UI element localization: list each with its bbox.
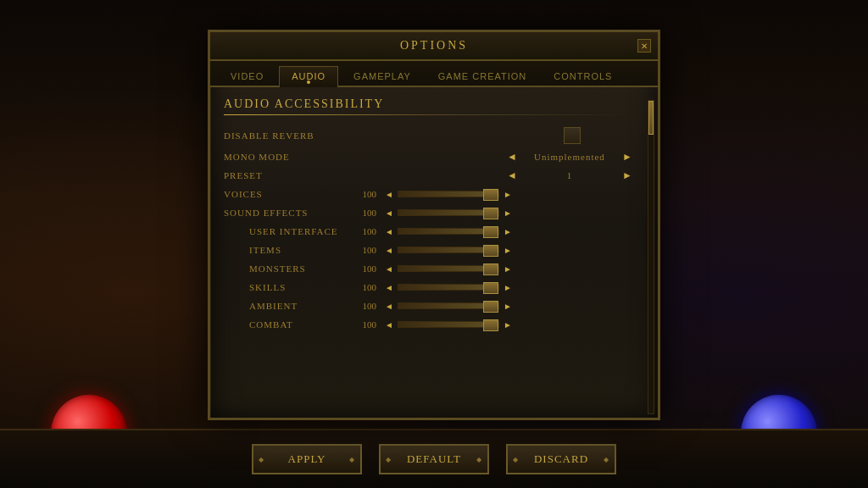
slider-track-ambient[interactable] bbox=[398, 302, 499, 309]
slider-container-sound_effects: ◄ ► bbox=[383, 208, 514, 218]
setting-controls-sound_effects: 100 ◄ ► bbox=[351, 208, 632, 218]
preset-next[interactable]: ► bbox=[619, 169, 636, 181]
slider-next-skills[interactable]: ► bbox=[502, 283, 514, 292]
slider-prev-items[interactable]: ◄ bbox=[383, 246, 395, 255]
setting-label-monsters: Monsters bbox=[224, 263, 351, 274]
arrow-select-preset: ◄ 1 ► bbox=[504, 169, 636, 181]
slider-thumb-items[interactable] bbox=[483, 245, 498, 257]
setting-controls-user_interface: 100 ◄ ► bbox=[351, 226, 632, 236]
preset-value: 1 bbox=[527, 170, 612, 180]
apply-button[interactable]: Apply bbox=[252, 444, 362, 474]
slider-thumb-voices[interactable] bbox=[483, 189, 498, 201]
slider-thumb-monsters[interactable] bbox=[483, 263, 498, 275]
setting-controls-ambient: 100 ◄ ► bbox=[351, 301, 632, 311]
slider-container-user_interface: ◄ ► bbox=[383, 227, 514, 236]
slider-track-items[interactable] bbox=[398, 247, 499, 253]
preset-prev[interactable]: ◄ bbox=[504, 169, 520, 181]
setting-row-voices: Voices 100 ◄ ► bbox=[224, 185, 632, 203]
slider-next-monsters[interactable]: ► bbox=[502, 264, 514, 274]
setting-row-items: Items 100 ◄ ► bbox=[224, 241, 632, 259]
slider-container-monsters: ◄ ► bbox=[383, 264, 514, 274]
slider-next-voices[interactable]: ► bbox=[502, 190, 514, 199]
tab-gameplay[interactable]: Gameplay bbox=[342, 66, 423, 86]
setting-row-monsters: Monsters 100 ◄ ► bbox=[224, 259, 632, 278]
discard-button[interactable]: Discard bbox=[506, 444, 616, 474]
setting-row-skills: Skills 100 ◄ ► bbox=[224, 278, 632, 297]
volume-value-user_interface: 100 bbox=[351, 226, 376, 236]
slider-prev-voices[interactable]: ◄ bbox=[383, 190, 395, 199]
tab-controls[interactable]: Controls bbox=[542, 66, 624, 86]
slider-fill-skills bbox=[398, 285, 483, 290]
mono-mode-prev[interactable]: ◄ bbox=[504, 151, 520, 163]
slider-next-items[interactable]: ► bbox=[502, 246, 514, 255]
slider-rows: Voices 100 ◄ ► Sound Effects 100 ◄ bbox=[224, 185, 632, 334]
slider-thumb-user_interface[interactable] bbox=[483, 226, 498, 238]
setting-controls-monsters: 100 ◄ ► bbox=[351, 263, 632, 274]
dialog-title-bar: Options ✕ bbox=[210, 32, 658, 61]
settings-content: Audio Accessibility Disable Reverb Mono … bbox=[210, 87, 658, 344]
setting-label-combat: Combat bbox=[224, 319, 351, 330]
volume-value-ambient: 100 bbox=[351, 301, 376, 311]
scrollbar-thumb[interactable] bbox=[648, 101, 654, 135]
setting-row-ambient: Ambient 100 ◄ ► bbox=[224, 297, 632, 315]
slider-prev-user_interface[interactable]: ◄ bbox=[383, 227, 395, 236]
setting-controls-voices: 100 ◄ ► bbox=[351, 189, 632, 199]
slider-prev-monsters[interactable]: ◄ bbox=[383, 264, 395, 274]
slider-track-monsters[interactable] bbox=[398, 265, 499, 272]
slider-container-items: ◄ ► bbox=[383, 246, 514, 255]
slider-thumb-ambient[interactable] bbox=[483, 301, 498, 313]
slider-fill-monsters bbox=[398, 266, 483, 271]
slider-track-sound_effects[interactable] bbox=[398, 209, 499, 216]
slider-next-sound_effects[interactable]: ► bbox=[502, 208, 514, 218]
slider-thumb-combat[interactable] bbox=[483, 319, 498, 331]
slider-prev-sound_effects[interactable]: ◄ bbox=[383, 208, 395, 218]
slider-track-skills[interactable] bbox=[398, 284, 499, 291]
slider-track-voices[interactable] bbox=[398, 191, 499, 197]
default-button[interactable]: Default bbox=[379, 444, 489, 474]
dialog-title: Options bbox=[400, 39, 468, 53]
setting-label-voices: Voices bbox=[224, 189, 351, 199]
setting-label-preset: Preset bbox=[224, 170, 351, 180]
slider-prev-skills[interactable]: ◄ bbox=[383, 283, 395, 292]
slider-prev-ambient[interactable]: ◄ bbox=[383, 302, 395, 311]
setting-label-items: Items bbox=[224, 245, 351, 255]
tab-audio[interactable]: Audio bbox=[279, 66, 338, 86]
volume-value-sound_effects: 100 bbox=[351, 208, 376, 218]
setting-row-disable-reverb: Disable Reverb bbox=[224, 124, 632, 147]
toggle-disable-reverb[interactable] bbox=[564, 127, 581, 144]
slider-container-ambient: ◄ ► bbox=[383, 302, 514, 311]
slider-container-combat: ◄ ► bbox=[383, 320, 514, 330]
setting-controls-skills: 100 ◄ ► bbox=[351, 282, 632, 292]
setting-controls-preset: ◄ 1 ► bbox=[351, 169, 636, 181]
slider-thumb-sound_effects[interactable] bbox=[483, 208, 498, 219]
mono-mode-value: Unimplemented bbox=[527, 152, 612, 162]
section-divider bbox=[224, 114, 632, 115]
slider-fill-items bbox=[398, 247, 483, 252]
tab-video[interactable]: Video bbox=[219, 66, 275, 86]
volume-value-combat: 100 bbox=[351, 319, 376, 330]
setting-controls-mono-mode: ◄ Unimplemented ► bbox=[351, 151, 636, 163]
slider-next-user_interface[interactable]: ► bbox=[502, 227, 514, 236]
slider-thumb-skills[interactable] bbox=[483, 282, 498, 294]
scrollbar-track[interactable] bbox=[648, 100, 654, 414]
setting-row-preset: Preset ◄ 1 ► bbox=[224, 166, 632, 185]
section-title: Audio Accessibility bbox=[224, 97, 632, 111]
bottom-action-bar: Apply Default Discard bbox=[0, 429, 868, 488]
setting-label-user_interface: User Interface bbox=[224, 226, 351, 236]
tab-game-creation[interactable]: Game Creation bbox=[426, 66, 538, 86]
arrow-select-mono-mode: ◄ Unimplemented ► bbox=[504, 151, 636, 163]
setting-label-disable-reverb: Disable Reverb bbox=[224, 130, 351, 141]
setting-label-ambient: Ambient bbox=[224, 301, 351, 311]
slider-track-user_interface[interactable] bbox=[398, 228, 499, 235]
slider-next-combat[interactable]: ► bbox=[502, 320, 514, 330]
setting-label-sound_effects: Sound Effects bbox=[224, 208, 351, 218]
volume-value-voices: 100 bbox=[351, 189, 376, 199]
slider-container-voices: ◄ ► bbox=[383, 190, 514, 199]
slider-fill-combat bbox=[398, 322, 483, 327]
slider-next-ambient[interactable]: ► bbox=[502, 302, 514, 311]
slider-fill-user_interface bbox=[398, 229, 483, 234]
slider-track-combat[interactable] bbox=[398, 321, 499, 328]
slider-prev-combat[interactable]: ◄ bbox=[383, 320, 395, 330]
close-button[interactable]: ✕ bbox=[637, 39, 651, 53]
mono-mode-next[interactable]: ► bbox=[619, 151, 636, 163]
